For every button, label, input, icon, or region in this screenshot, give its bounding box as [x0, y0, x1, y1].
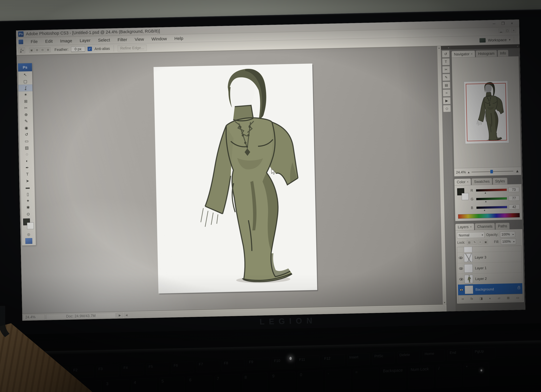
eyedropper-tool[interactable]: ✦	[21, 197, 35, 204]
layer-comps-panel-icon[interactable]: ▤	[442, 82, 450, 89]
clone-stamp-tool[interactable]: ◉	[19, 124, 33, 131]
tab-histogram[interactable]: Histogram	[475, 50, 497, 57]
navigator-preview[interactable]	[452, 56, 521, 168]
notes-tool[interactable]: ▯	[21, 191, 35, 198]
layer-row-background[interactable]: Background	[458, 283, 523, 295]
lock-toggle-4[interactable]: ▣	[483, 240, 488, 244]
doc-close-button[interactable]: ×	[511, 28, 516, 33]
scroll-down-icon[interactable]: ▼	[443, 301, 446, 304]
canvas[interactable]	[17, 46, 443, 314]
anti-alias-checkbox[interactable]: ✓	[88, 47, 92, 51]
tab-channels[interactable]: Channels	[475, 223, 495, 230]
tool-presets-panel-icon[interactable]: ≈	[443, 89, 450, 97]
layer-mask-button[interactable]: ◨	[480, 297, 483, 300]
tool-preset-picker[interactable]: ʆ ▾	[18, 47, 25, 53]
tab-color[interactable]: Color×	[454, 178, 471, 186]
color-spectrum-ramp[interactable]	[458, 213, 520, 219]
artboard[interactable]	[154, 63, 317, 294]
link-layers-button[interactable]: ∞	[462, 297, 464, 301]
close-icon[interactable]: ×	[470, 225, 472, 228]
quick-mask-button[interactable]: ◎	[22, 231, 36, 238]
channel-slider[interactable]: ▲	[476, 206, 507, 209]
status-zoom[interactable]: 24.4%	[23, 314, 45, 320]
menu-select[interactable]: Select	[94, 37, 114, 43]
panel-color-swatches[interactable]	[457, 187, 469, 201]
tab-swatches[interactable]: Swatches	[471, 178, 492, 185]
blur-tool[interactable]: ◌	[20, 151, 34, 158]
visibility-eye-icon[interactable]	[459, 257, 463, 259]
menu-edit[interactable]: Edit	[42, 39, 57, 44]
layer-style-button[interactable]: fx	[471, 297, 473, 300]
visibility-eye-icon[interactable]	[459, 267, 463, 270]
lock-toggle-1[interactable]: ▨	[467, 240, 472, 245]
fill-input[interactable]: 100% ▸	[501, 238, 516, 245]
channel-value[interactable]: 73	[508, 187, 519, 192]
navigator-zoom-slider[interactable]	[472, 171, 513, 172]
lock-toggle-2[interactable]: ✎	[472, 240, 477, 245]
blend-mode-select[interactable]: Normal ▾	[457, 232, 484, 238]
selection-combine-button-3[interactable]: ⊟	[40, 47, 45, 52]
zoom-in-icon[interactable]: ▲	[515, 169, 519, 173]
eraser-tool[interactable]: ▭	[20, 138, 34, 144]
expand-dock-button[interactable]: «	[441, 46, 450, 50]
menu-help[interactable]: Help	[171, 36, 187, 41]
new-layer-button[interactable]: ⊞	[507, 296, 510, 300]
refine-edge-button[interactable]: Refine Edge...	[118, 44, 147, 52]
visibility-eye-icon[interactable]	[460, 289, 463, 291]
slider-thumb[interactable]	[490, 170, 493, 173]
dodge-tool[interactable]: ◐	[20, 158, 34, 165]
layer-row-layer-3[interactable]: Layer 3	[457, 251, 522, 263]
channel-slider[interactable]: ▲	[476, 197, 507, 200]
menu-window[interactable]: Window	[148, 36, 171, 41]
layer-row-layer-2[interactable]: Layer 2	[458, 273, 522, 285]
navigator-zoom-value[interactable]: 24.4%	[456, 170, 466, 174]
pen-tool[interactable]: ✒	[20, 164, 34, 171]
tab-navigator[interactable]: Navigator×	[452, 51, 475, 58]
channel-value[interactable]: 77	[509, 196, 520, 201]
lasso-tool[interactable]: ʆ	[18, 85, 32, 92]
zoom-tool[interactable]: ⊙	[21, 211, 35, 217]
menu-view[interactable]: View	[131, 37, 148, 42]
selection-combine-button-1[interactable]: ▣	[29, 48, 34, 53]
menu-filter[interactable]: Filter	[114, 37, 131, 42]
lock-toggle-3[interactable]: +	[478, 240, 483, 245]
layer-group-button[interactable]: ▱	[498, 296, 500, 300]
hand-tool[interactable]: ✱	[21, 204, 35, 211]
history-brush-tool[interactable]: ↺	[20, 131, 33, 138]
color-swatch-widget[interactable]	[21, 217, 36, 232]
slider-caret-icon[interactable]: ▲	[484, 191, 486, 194]
workspace-button[interactable]: Workspace	[488, 38, 507, 42]
bridge-icon[interactable]	[479, 38, 486, 42]
scroll-up-icon[interactable]: ▲	[438, 46, 440, 49]
layer-row-layer-1[interactable]: Layer 1	[458, 262, 522, 274]
close-button[interactable]: ×	[508, 21, 515, 26]
selection-combine-button-4[interactable]: ⊠	[46, 47, 51, 52]
crop-tool[interactable]: ⊞	[19, 98, 33, 105]
tab-layers[interactable]: Layers×	[455, 223, 474, 230]
tab-info[interactable]: Info	[497, 50, 509, 57]
background-color-swatch[interactable]	[27, 222, 34, 229]
shape-tool[interactable]: ▬	[21, 184, 35, 191]
styles-panel-icon[interactable]: ◇	[443, 105, 451, 112]
minimize-button[interactable]: ─	[490, 21, 498, 26]
screen-mode-button[interactable]	[25, 238, 32, 244]
path-selection-tool[interactable]: ➤	[21, 177, 35, 184]
slice-tool[interactable]: ✂	[19, 104, 33, 111]
feather-input[interactable]: 0 px	[71, 46, 85, 52]
restore-button[interactable]: ❐	[499, 21, 506, 26]
status-flyout-button[interactable]: ▶	[117, 313, 123, 318]
tab-paths[interactable]: Paths	[495, 223, 510, 230]
scissors-panel-icon[interactable]: ✂	[442, 66, 450, 73]
slider-caret-icon[interactable]: ▲	[484, 209, 486, 211]
adjustment-layer-button[interactable]: ◐	[489, 296, 491, 300]
menu-layer[interactable]: Layer	[76, 38, 94, 43]
marquee-tool[interactable]: ▢	[18, 78, 32, 85]
brush-tool[interactable]: ✎	[19, 118, 33, 125]
scroll-left-icon[interactable]: ◀	[125, 313, 127, 317]
healing-brush-tool[interactable]: ⊕	[19, 111, 33, 118]
menu-file[interactable]: File	[27, 39, 42, 44]
zoom-out-icon[interactable]: ▴	[468, 170, 470, 174]
selection-combine-button-2[interactable]: ⊞	[35, 48, 40, 53]
opacity-input[interactable]: 100% ▸	[500, 231, 515, 237]
close-icon[interactable]: ×	[467, 180, 468, 184]
